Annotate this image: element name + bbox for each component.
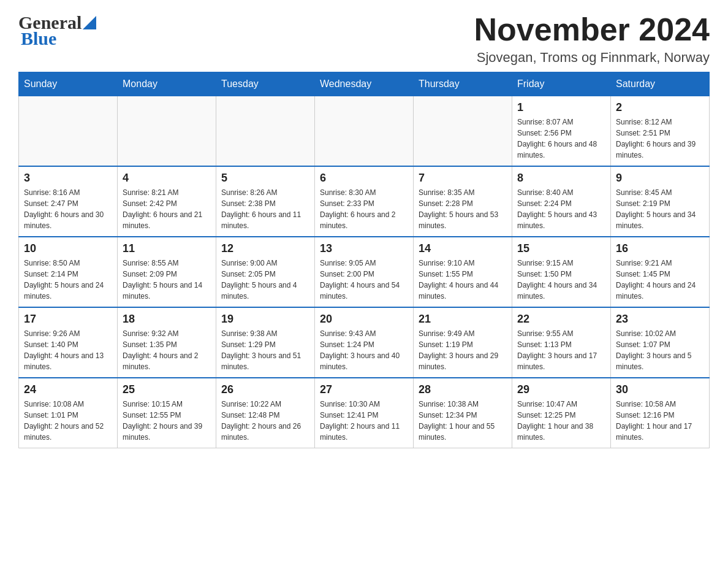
day-info: Sunrise: 8:07 AMSunset: 2:56 PMDaylight:… (517, 117, 605, 161)
day-info: Sunrise: 8:45 AMSunset: 2:19 PMDaylight:… (616, 187, 704, 231)
day-number: 6 (320, 172, 408, 185)
day-number: 17 (24, 313, 112, 326)
calendar-cell: 10Sunrise: 8:50 AMSunset: 2:14 PMDayligh… (19, 237, 118, 307)
day-info: Sunrise: 9:43 AMSunset: 1:24 PMDaylight:… (320, 328, 408, 372)
calendar-cell: 2Sunrise: 8:12 AMSunset: 2:51 PMDaylight… (611, 96, 710, 167)
day-number: 12 (221, 242, 309, 255)
calendar-week-1: 1Sunrise: 8:07 AMSunset: 2:56 PMDaylight… (19, 96, 710, 167)
calendar-header-row: SundayMondayTuesdayWednesdayThursdayFrid… (19, 72, 710, 96)
day-info: Sunrise: 10:38 AMSunset: 12:34 PMDayligh… (419, 399, 507, 443)
day-number: 11 (123, 242, 211, 255)
calendar-cell: 20Sunrise: 9:43 AMSunset: 1:24 PMDayligh… (315, 307, 414, 378)
svg-marker-0 (83, 16, 96, 29)
logo-blue-text: Blue (21, 28, 56, 49)
day-info: Sunrise: 9:38 AMSunset: 1:29 PMDaylight:… (221, 328, 309, 372)
calendar-table: SundayMondayTuesdayWednesdayThursdayFrid… (18, 72, 710, 448)
day-info: Sunrise: 10:02 AMSunset: 1:07 PMDaylight… (616, 328, 704, 372)
day-number: 1 (517, 101, 605, 114)
calendar-cell: 21Sunrise: 9:49 AMSunset: 1:19 PMDayligh… (414, 307, 512, 378)
day-number: 9 (616, 172, 704, 185)
calendar-cell: 3Sunrise: 8:16 AMSunset: 2:47 PMDaylight… (19, 166, 118, 237)
day-number: 23 (616, 313, 704, 326)
calendar-cell: 27Sunrise: 10:30 AMSunset: 12:41 PMDayli… (315, 378, 414, 448)
calendar-cell: 13Sunrise: 9:05 AMSunset: 2:00 PMDayligh… (315, 237, 414, 307)
calendar-cell (216, 96, 315, 167)
day-number: 24 (24, 383, 112, 396)
day-header-tuesday: Tuesday (216, 72, 315, 96)
day-info: Sunrise: 10:30 AMSunset: 12:41 PMDayligh… (320, 399, 408, 443)
day-number: 10 (24, 242, 112, 255)
day-header-friday: Friday (512, 72, 611, 96)
calendar-cell: 23Sunrise: 10:02 AMSunset: 1:07 PMDaylig… (611, 307, 710, 378)
day-info: Sunrise: 10:22 AMSunset: 12:48 PMDayligh… (221, 399, 309, 443)
day-info: Sunrise: 10:47 AMSunset: 12:25 PMDayligh… (517, 399, 605, 443)
day-info: Sunrise: 8:26 AMSunset: 2:38 PMDaylight:… (221, 187, 309, 231)
calendar-cell: 25Sunrise: 10:15 AMSunset: 12:55 PMDayli… (118, 378, 216, 448)
day-number: 5 (221, 172, 309, 185)
location-title: Sjovegan, Troms og Finnmark, Norway (474, 50, 710, 66)
calendar-cell: 16Sunrise: 9:21 AMSunset: 1:45 PMDayligh… (611, 237, 710, 307)
day-number: 27 (320, 383, 408, 396)
day-info: Sunrise: 9:10 AMSunset: 1:55 PMDaylight:… (419, 258, 507, 302)
month-title: November 2024 (474, 12, 710, 47)
calendar-cell: 8Sunrise: 8:40 AMSunset: 2:24 PMDaylight… (512, 166, 611, 237)
day-number: 30 (616, 383, 704, 396)
calendar-cell (19, 96, 118, 167)
day-header-thursday: Thursday (414, 72, 512, 96)
day-number: 8 (517, 172, 605, 185)
day-number: 18 (123, 313, 211, 326)
day-number: 14 (419, 242, 507, 255)
day-info: Sunrise: 9:05 AMSunset: 2:00 PMDaylight:… (320, 258, 408, 302)
day-number: 28 (419, 383, 507, 396)
day-info: Sunrise: 10:58 AMSunset: 12:16 PMDayligh… (616, 399, 704, 443)
title-section: November 2024 Sjovegan, Troms og Finnmar… (474, 12, 710, 66)
calendar-cell: 15Sunrise: 9:15 AMSunset: 1:50 PMDayligh… (512, 237, 611, 307)
day-number: 4 (123, 172, 211, 185)
day-info: Sunrise: 8:12 AMSunset: 2:51 PMDaylight:… (616, 117, 704, 161)
calendar-cell: 28Sunrise: 10:38 AMSunset: 12:34 PMDayli… (414, 378, 512, 448)
day-info: Sunrise: 8:40 AMSunset: 2:24 PMDaylight:… (517, 187, 605, 231)
day-number: 20 (320, 313, 408, 326)
calendar-week-2: 3Sunrise: 8:16 AMSunset: 2:47 PMDaylight… (19, 166, 710, 237)
calendar-cell: 18Sunrise: 9:32 AMSunset: 1:35 PMDayligh… (118, 307, 216, 378)
day-number: 19 (221, 313, 309, 326)
day-number: 2 (616, 101, 704, 114)
calendar-cell (118, 96, 216, 167)
calendar-cell: 22Sunrise: 9:55 AMSunset: 1:13 PMDayligh… (512, 307, 611, 378)
calendar-cell: 12Sunrise: 9:00 AMSunset: 2:05 PMDayligh… (216, 237, 315, 307)
page-header: General Blue November 2024 Sjovegan, Tro… (18, 12, 710, 66)
day-info: Sunrise: 9:15 AMSunset: 1:50 PMDaylight:… (517, 258, 605, 302)
calendar-cell: 29Sunrise: 10:47 AMSunset: 12:25 PMDayli… (512, 378, 611, 448)
calendar-cell: 5Sunrise: 8:26 AMSunset: 2:38 PMDaylight… (216, 166, 315, 237)
day-number: 16 (616, 242, 704, 255)
calendar-cell: 17Sunrise: 9:26 AMSunset: 1:40 PMDayligh… (19, 307, 118, 378)
day-info: Sunrise: 8:21 AMSunset: 2:42 PMDaylight:… (123, 187, 211, 231)
calendar-cell: 9Sunrise: 8:45 AMSunset: 2:19 PMDaylight… (611, 166, 710, 237)
day-info: Sunrise: 8:55 AMSunset: 2:09 PMDaylight:… (123, 258, 211, 302)
calendar-cell: 30Sunrise: 10:58 AMSunset: 12:16 PMDayli… (611, 378, 710, 448)
calendar-cell: 4Sunrise: 8:21 AMSunset: 2:42 PMDaylight… (118, 166, 216, 237)
day-number: 25 (123, 383, 211, 396)
logo: General Blue (18, 12, 97, 49)
day-info: Sunrise: 9:21 AMSunset: 1:45 PMDaylight:… (616, 258, 704, 302)
day-number: 26 (221, 383, 309, 396)
day-number: 13 (320, 242, 408, 255)
calendar-cell: 14Sunrise: 9:10 AMSunset: 1:55 PMDayligh… (414, 237, 512, 307)
day-number: 3 (24, 172, 112, 185)
day-info: Sunrise: 10:08 AMSunset: 1:01 PMDaylight… (24, 399, 112, 443)
day-info: Sunrise: 8:30 AMSunset: 2:33 PMDaylight:… (320, 187, 408, 231)
day-header-saturday: Saturday (611, 72, 710, 96)
day-info: Sunrise: 10:15 AMSunset: 12:55 PMDayligh… (123, 399, 211, 443)
calendar-cell: 26Sunrise: 10:22 AMSunset: 12:48 PMDayli… (216, 378, 315, 448)
calendar-week-4: 17Sunrise: 9:26 AMSunset: 1:40 PMDayligh… (19, 307, 710, 378)
day-header-monday: Monday (118, 72, 216, 96)
calendar-week-5: 24Sunrise: 10:08 AMSunset: 1:01 PMDaylig… (19, 378, 710, 448)
calendar-cell: 1Sunrise: 8:07 AMSunset: 2:56 PMDaylight… (512, 96, 611, 167)
logo-triangle-icon (83, 16, 96, 29)
day-info: Sunrise: 8:50 AMSunset: 2:14 PMDaylight:… (24, 258, 112, 302)
day-number: 22 (517, 313, 605, 326)
calendar-week-3: 10Sunrise: 8:50 AMSunset: 2:14 PMDayligh… (19, 237, 710, 307)
day-info: Sunrise: 9:55 AMSunset: 1:13 PMDaylight:… (517, 328, 605, 372)
calendar-cell: 19Sunrise: 9:38 AMSunset: 1:29 PMDayligh… (216, 307, 315, 378)
day-info: Sunrise: 8:16 AMSunset: 2:47 PMDaylight:… (24, 187, 112, 231)
